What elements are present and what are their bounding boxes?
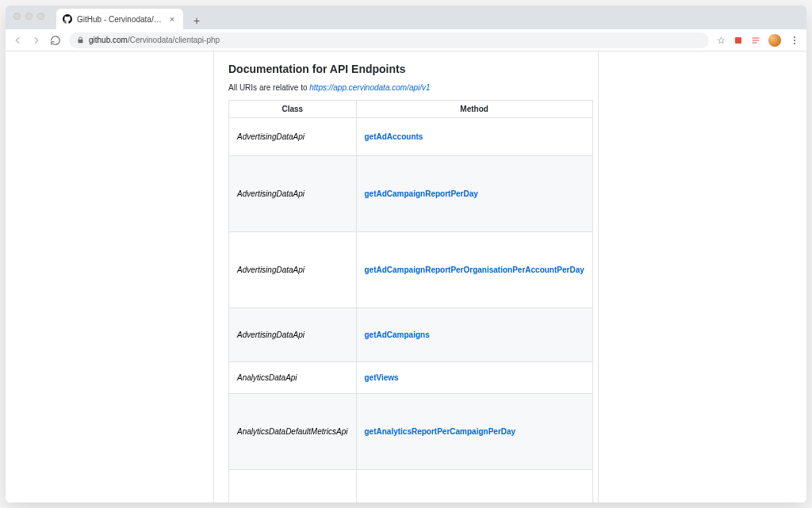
col-header-class: Class	[229, 101, 357, 118]
method-link[interactable]: getAdCampaignReportPerOrganisationPerAcc…	[365, 265, 584, 274]
class-cell: AdvertisingDataApi	[229, 232, 357, 308]
github-icon	[63, 14, 72, 24]
method-cell: getAdAccounts	[356, 118, 592, 156]
method-link[interactable]: getAdCampaigns	[365, 330, 430, 339]
table-row: AnalyticsDataApigetViews	[229, 362, 593, 394]
intro-text: All URIs are relative to https://app.cer…	[228, 83, 584, 92]
reload-button[interactable]	[50, 35, 61, 46]
endpoints-table: Class Method AdvertisingDataApigetAdAcco…	[228, 100, 593, 502]
close-tab-button[interactable]: ×	[167, 14, 177, 24]
toolbar-right: ☆	[717, 34, 800, 47]
tab-title: GitHub - Cervinodata/clientapi-p	[77, 15, 163, 24]
method-cell: getAnalyticsReportPerCampaignPerDay	[356, 394, 592, 470]
svg-rect-0	[735, 37, 741, 44]
class-cell: AnalyticsDataDefaultMetricsApi	[229, 394, 357, 470]
page-scroll[interactable]: Documentation for API Endpoints All URIs…	[6, 52, 806, 502]
bookmark-button[interactable]: ☆	[717, 35, 726, 46]
window-controls	[13, 13, 44, 20]
back-button[interactable]	[12, 35, 23, 46]
method-cell: getAdCampaigns	[356, 308, 592, 362]
method-link[interactable]: getAnalyticsReportPerCampaignPerDay	[365, 427, 516, 436]
close-window-button[interactable]	[13, 13, 21, 20]
readme-content: Documentation for API Endpoints All URIs…	[213, 52, 599, 502]
method-cell: getAdCampaignReportPerDay	[356, 156, 592, 232]
extension-icon-2[interactable]	[751, 36, 760, 45]
tab-strip: GitHub - Cervinodata/clientapi-p × +	[6, 6, 806, 29]
url-path: /Cervinodata/clientapi-php	[128, 36, 220, 44]
method-cell: getAnalyticsReportPerChannelGroupPerDay	[356, 470, 592, 503]
method-cell: getViews	[356, 362, 592, 394]
section-heading: Documentation for API Endpoints	[228, 63, 584, 75]
class-cell: AdvertisingDataApi	[229, 118, 357, 156]
base-url-link[interactable]: https://app.cervinodata.com/api/v1	[309, 83, 430, 92]
table-row: AdvertisingDataApigetAdCampaignReportPer…	[229, 232, 593, 308]
profile-avatar[interactable]	[768, 34, 781, 47]
table-row: AdvertisingDataApigetAdCampaignReportPer…	[229, 156, 593, 232]
browser-menu-button[interactable]	[789, 35, 800, 46]
maximize-window-button[interactable]	[37, 13, 44, 20]
forward-button[interactable]	[31, 35, 42, 46]
table-row: AdvertisingDataApigetAdCampaigns	[229, 308, 593, 362]
url-host: github.com	[89, 36, 128, 44]
method-link[interactable]: getAdAccounts	[365, 132, 423, 141]
lock-icon	[77, 36, 84, 44]
browser-tab[interactable]: GitHub - Cervinodata/clientapi-p ×	[56, 9, 183, 29]
browser-window: GitHub - Cervinodata/clientapi-p × + git…	[6, 6, 806, 502]
col-header-method: Method	[356, 101, 592, 118]
url-field[interactable]: github.com/Cervinodata/clientapi-php	[69, 32, 709, 48]
table-row: AdvertisingDataApigetAdAccounts	[229, 118, 593, 156]
address-bar: github.com/Cervinodata/clientapi-php ☆	[6, 29, 806, 52]
method-link[interactable]: getViews	[365, 373, 399, 382]
method-cell: getAdCampaignReportPerOrganisationPerAcc…	[356, 232, 592, 308]
page-viewport: Documentation for API Endpoints All URIs…	[6, 52, 806, 502]
minimize-window-button[interactable]	[25, 13, 33, 20]
class-cell: AnalyticsDataDefaultMetricsApi	[229, 470, 357, 503]
class-cell: AnalyticsDataApi	[229, 362, 357, 394]
class-cell: AdvertisingDataApi	[229, 156, 357, 232]
table-row: AnalyticsDataDefaultMetricsApigetAnalyti…	[229, 394, 593, 470]
table-row: AnalyticsDataDefaultMetricsApigetAnalyti…	[229, 470, 593, 503]
extension-icon[interactable]	[733, 36, 743, 45]
new-tab-button[interactable]: +	[188, 12, 205, 29]
method-link[interactable]: getAdCampaignReportPerDay	[365, 189, 478, 198]
class-cell: AdvertisingDataApi	[229, 308, 357, 362]
